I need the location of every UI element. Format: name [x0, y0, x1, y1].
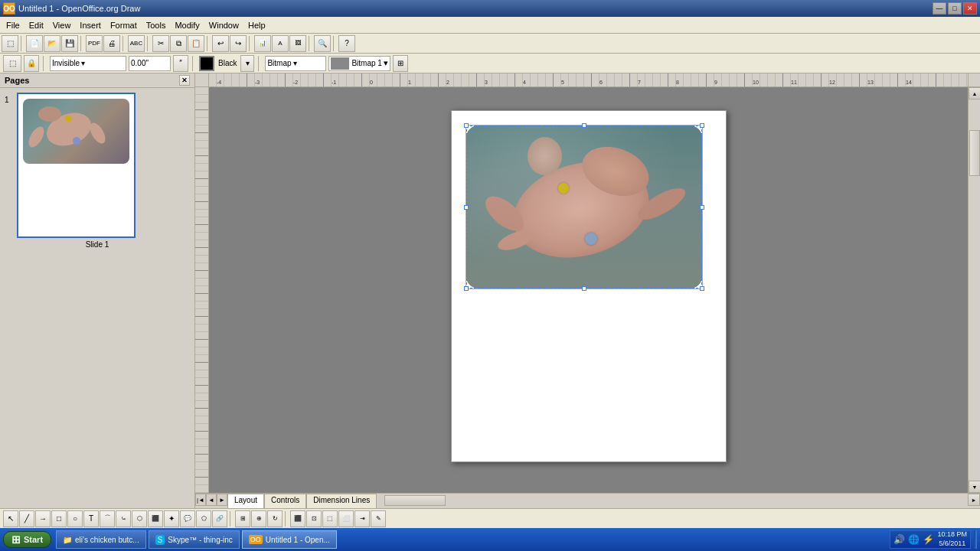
minimize-button[interactable]: — — [933, 2, 946, 15]
paste-button[interactable]: 📋 — [188, 35, 204, 52]
color-swatch[interactable] — [199, 56, 214, 71]
tab-bar-row: |◄ ◄ ► Layout Controls Dimension Lines ► — [195, 493, 980, 508]
select-draw-button[interactable]: ↖ — [3, 510, 18, 527]
h-scroll-thumb[interactable] — [384, 495, 446, 506]
h-scroll-track[interactable] — [377, 494, 968, 508]
tab-controls[interactable]: Controls — [264, 494, 306, 508]
spellcheck-button[interactable]: ABC — [128, 35, 145, 52]
callout-tool[interactable]: 💬 — [180, 510, 195, 527]
handle-tr[interactable] — [700, 123, 704, 128]
handle-br[interactable] — [700, 286, 704, 291]
group-button[interactable]: ⬚ — [322, 510, 338, 527]
ellipse-tool[interactable]: ○ — [67, 510, 83, 527]
pages-panel-close-button[interactable]: ✕ — [179, 75, 190, 86]
line-style-dropdown[interactable]: Invisible ▾ — [50, 56, 126, 71]
v-scroll-track[interactable] — [969, 99, 980, 481]
line-width-input[interactable] — [129, 56, 171, 71]
menu-tools[interactable]: Tools — [142, 19, 171, 31]
select-object-button[interactable]: ⬚ — [3, 55, 21, 72]
drawing-canvas[interactable] — [209, 87, 968, 493]
tab-dimension-lines-label: Dimension Lines — [313, 496, 370, 504]
text-tool[interactable]: T — [83, 510, 99, 527]
export-pdf-button[interactable]: PDF — [86, 35, 103, 52]
redo-button[interactable]: ↪ — [230, 35, 247, 52]
save-button[interactable]: 💾 — [61, 35, 78, 52]
align-center-button[interactable]: ⊡ — [306, 510, 322, 527]
rect-tool[interactable]: □ — [51, 510, 67, 527]
bitmap-options-button[interactable]: ⊞ — [393, 55, 408, 72]
tab-dimension-lines[interactable]: Dimension Lines — [306, 494, 377, 508]
scroll-up-button[interactable]: ▲ — [969, 87, 980, 99]
handle-ml[interactable] — [464, 205, 469, 210]
handle-bl[interactable] — [464, 286, 469, 291]
menu-modify[interactable]: Modify — [170, 19, 204, 31]
flowchart-tool[interactable]: ⬡ — [132, 510, 147, 527]
curve-tool[interactable]: ⌒ — [100, 510, 115, 527]
copy-button[interactable]: ⧉ — [170, 35, 187, 52]
handle-mr[interactable] — [700, 205, 704, 210]
cut-button[interactable]: ✂ — [152, 35, 169, 52]
tab-layout[interactable]: Layout — [227, 494, 264, 508]
from-file-button[interactable]: 🖼 — [289, 35, 306, 52]
select-tool-button[interactable]: ⬚ — [2, 35, 18, 52]
rotate-button[interactable]: ↻ — [267, 510, 283, 527]
selected-image-frame[interactable] — [466, 125, 703, 289]
chart-button[interactable]: 📊 — [254, 35, 271, 52]
tab-nav-next[interactable]: ► — [217, 494, 227, 506]
explorer-icon: 📁 — [63, 536, 72, 544]
bitmap-selector[interactable]: Bitmap 1 ▾ — [328, 56, 390, 71]
page-1-thumbnail[interactable] — [17, 93, 136, 238]
line-width-unit-button[interactable]: ″ — [173, 55, 188, 72]
handle-bm[interactable] — [582, 286, 586, 291]
stars-tool[interactable]: ✦ — [164, 510, 179, 527]
scroll-right-button[interactable]: ► — [968, 494, 980, 506]
arrow-tool[interactable]: → — [35, 510, 51, 527]
handle-tl[interactable] — [464, 123, 469, 128]
zoom-in-button[interactable]: 🔍 — [314, 35, 331, 52]
menu-view[interactable]: View — [48, 19, 76, 31]
tab-nav-prev[interactable]: ◄ — [206, 494, 217, 506]
maximize-button[interactable]: □ — [948, 2, 962, 15]
fill-style-dropdown[interactable]: Bitmap ▾ — [265, 56, 326, 71]
align-left-button[interactable]: ⬛ — [290, 510, 305, 527]
close-button[interactable]: ✕ — [963, 2, 977, 15]
menu-format[interactable]: Format — [106, 19, 142, 31]
open-button[interactable]: 📂 — [44, 35, 60, 52]
menu-file[interactable]: File — [2, 19, 24, 31]
menu-help[interactable]: Help — [243, 19, 270, 31]
handle-tm[interactable] — [582, 123, 586, 128]
horizontal-ruler: -4 -3 -2 -1 0 1 2 3 4 5 6 7 8 9 10 11 12… — [209, 73, 968, 87]
ungroup-button[interactable]: ⬜ — [338, 510, 354, 527]
start-button[interactable]: ⊞ Start — [3, 531, 51, 548]
slide-page[interactable] — [451, 110, 727, 462]
skype-icon: S — [155, 535, 165, 545]
tab-nav-first[interactable]: |◄ — [195, 494, 206, 506]
menu-edit[interactable]: Edit — [24, 19, 48, 31]
ruler-label-12: 12 — [829, 80, 835, 85]
taskbar-item-openoffice[interactable]: OO Untitled 1 - Open... — [242, 530, 337, 549]
menu-window[interactable]: Window — [204, 19, 243, 31]
connector-tool[interactable]: ⤿ — [116, 510, 131, 527]
lock-button[interactable]: 🔒 — [24, 55, 39, 72]
line-tool[interactable]: ╱ — [19, 510, 34, 527]
snap-points-button[interactable]: ⊕ — [251, 510, 266, 527]
snap-grid-button[interactable]: ⊞ — [235, 510, 250, 527]
color-dropdown-button[interactable]: ▾ — [240, 55, 254, 72]
print-button[interactable]: 🖨 — [103, 35, 120, 52]
main-toolbar: ⬚ 📄 📂 💾 PDF 🖨 ABC ✂ ⧉ 📋 ↩ ↪ 📊 A 🖼 🔍 ? — [0, 34, 980, 54]
fontwork-button[interactable]: A — [272, 35, 289, 52]
taskbar-item-explorer[interactable]: 📁 eli's chicken butc... — [56, 530, 146, 549]
taskbar-item-skype[interactable]: S Skype™ - thing-inc — [149, 530, 240, 549]
tab-order-button[interactable]: ⇥ — [354, 510, 370, 527]
scrollbar-corner-top — [968, 73, 980, 86]
3d-tool[interactable]: ⬛ — [148, 510, 163, 527]
new-button[interactable]: 📄 — [26, 35, 43, 52]
undo-button[interactable]: ↩ — [212, 35, 229, 52]
glue-tool[interactable]: 🔗 — [212, 510, 227, 527]
special-shapes-tool[interactable]: ⬠ — [196, 510, 211, 527]
bezier-button[interactable]: ✎ — [371, 510, 386, 527]
menu-insert[interactable]: Insert — [75, 19, 106, 31]
v-scroll-thumb[interactable] — [969, 130, 980, 176]
help-button[interactable]: ? — [338, 35, 355, 52]
scroll-down-button[interactable]: ▼ — [969, 481, 980, 493]
